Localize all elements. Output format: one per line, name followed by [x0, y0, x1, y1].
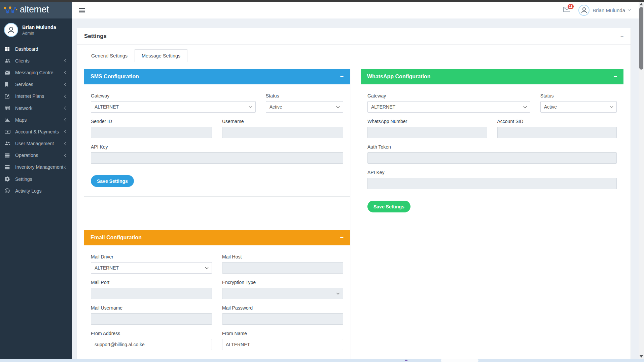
mail-password-input[interactable] [222, 313, 343, 325]
users-icon [5, 141, 12, 146]
field-label: Sender ID [91, 119, 212, 124]
sidebar-item-label: Inventory Management [15, 164, 63, 170]
chevron-left-icon [64, 118, 68, 122]
panel-title: WhatsApp Configuration [367, 74, 430, 80]
sidebar-item-messaging-centre[interactable]: Messaging Centre [0, 67, 72, 78]
scroll-up-arrow-icon[interactable] [640, 3, 643, 5]
gateway-select[interactable]: ALTERNET [91, 101, 256, 113]
money-icon [5, 130, 12, 134]
auth-token-input[interactable] [367, 152, 617, 164]
tab-general-settings[interactable]: General Settings [84, 49, 135, 62]
status-select[interactable]: Active [540, 101, 617, 113]
whatsapp-configuration-panel: WhatsApp Configuration−GatewayALTERNETSt… [361, 69, 623, 222]
chevron-left-icon [64, 107, 68, 110]
panel-collapse-button[interactable]: − [613, 74, 617, 80]
save-settings-button[interactable]: Save Settings [367, 201, 410, 212]
mail-driver-select[interactable]: ALTERNET [91, 262, 212, 274]
sidebar-item-clients[interactable]: Clients [0, 55, 72, 67]
email-panel-header: Email Configuration− [84, 230, 350, 245]
sidebar-item-settings[interactable]: Settings [0, 173, 72, 185]
chevron-left-icon [64, 154, 68, 157]
field-label: From Name [222, 331, 343, 336]
field-label: Encryption Type [222, 280, 343, 285]
sidebar-item-inventory-management[interactable]: Inventory Management [0, 161, 72, 173]
left-column: SMS Configuration−GatewayALTERNETStatusA… [84, 69, 351, 359]
field-label: Username [222, 119, 343, 124]
chevron-left-icon [64, 166, 68, 169]
page-scrollbar[interactable] [639, 2, 644, 359]
sender-id-input[interactable] [91, 127, 212, 138]
envelope-icon [5, 71, 12, 75]
app-window: alternet Brian Mulunda Admin DashboardCl… [0, 0, 644, 362]
messages-button[interactable]: 11 [563, 7, 570, 13]
top-navbar: 11 Brian Mulunda [72, 2, 639, 18]
whatsapp-panel-body: GatewayALTERNETStatusActiveWhatsApp Numb… [361, 84, 623, 222]
sidebar-item-network[interactable]: Network [0, 102, 72, 114]
sidebar-item-user-management[interactable]: User Management [0, 138, 72, 150]
from-address-input[interactable] [91, 339, 212, 350]
panel-collapse-button[interactable]: − [340, 235, 344, 241]
sms-configuration-panel: SMS Configuration−GatewayALTERNETStatusA… [84, 69, 350, 197]
field-label: Mail Driver [91, 254, 212, 259]
sidebar-toggle-button[interactable] [78, 6, 85, 13]
panel-title: Email Configuration [91, 235, 142, 241]
whatsapp-panel-header: WhatsApp Configuration− [361, 69, 623, 84]
scroll-down-arrow-icon[interactable] [640, 355, 643, 358]
sidebar-item-dashboard[interactable]: Dashboard [0, 43, 72, 55]
sms-panel-header: SMS Configuration− [84, 69, 350, 84]
save-settings-button[interactable]: Save Settings [91, 175, 134, 187]
encryption-type-select[interactable] [222, 288, 343, 299]
tab-message-settings[interactable]: Message Settings [135, 49, 187, 62]
tab-content: SMS Configuration−GatewayALTERNETStatusA… [77, 62, 631, 359]
sidebar-item-label: Account & Payments [15, 129, 59, 134]
sidebar-item-activity-logs[interactable]: Activity Logs [0, 185, 72, 197]
sidebar-item-services[interactable]: Services [0, 79, 72, 90]
username-input[interactable] [222, 127, 343, 138]
bookmark-icon [5, 82, 12, 87]
settings-card-header: Settings − [77, 28, 631, 45]
panel-collapse-button[interactable]: − [340, 74, 344, 80]
card-collapse-button[interactable]: − [620, 34, 623, 39]
sidebar: alternet Brian Mulunda Admin DashboardCl… [0, 2, 72, 362]
chevron-down-icon [628, 7, 631, 11]
user-role: Admin [22, 31, 56, 36]
field-label: API Key [91, 144, 343, 150]
sidebar-item-operations[interactable]: Operations [0, 150, 72, 161]
page-title: Settings [84, 33, 107, 40]
user-avatar [4, 23, 18, 37]
panel-title: SMS Configuration [91, 74, 139, 80]
field-label: Gateway [367, 93, 530, 98]
smiley-icon [5, 188, 12, 193]
account-sid-input[interactable] [497, 127, 617, 138]
from-name-input[interactable] [222, 339, 343, 350]
whatsapp-number-input[interactable] [367, 127, 487, 138]
api-key-input[interactable] [91, 152, 343, 164]
mail-host-input[interactable] [222, 262, 343, 274]
sidebar-item-internet-plans[interactable]: Internet Plans [0, 90, 72, 102]
sidebar-item-label: Maps [15, 117, 27, 123]
taskbar-item [441, 359, 478, 362]
sidebar-item-maps[interactable]: Maps [0, 114, 72, 126]
window-top-edge [0, 0, 644, 2]
gateway-select[interactable]: ALTERNET [367, 101, 530, 113]
chevron-left-icon [64, 142, 68, 145]
sidebar-item-label: Clients [15, 58, 30, 64]
field-label: Auth Token [367, 144, 617, 150]
sidebar-item-label: Network [15, 106, 32, 111]
mail-port-input[interactable] [91, 288, 212, 299]
sidebar-item-label: Settings [15, 176, 32, 182]
status-select[interactable]: Active [266, 101, 343, 113]
user-name: Brian Mulunda [22, 25, 56, 30]
mail-username-input[interactable] [91, 313, 212, 325]
user-menu[interactable]: Brian Mulunda [578, 5, 631, 16]
api-key-input[interactable] [367, 178, 617, 189]
server-icon [5, 165, 12, 169]
sidebar-user-panel: Brian Mulunda Admin [0, 18, 72, 40]
scrollbar-thumb[interactable] [639, 7, 643, 70]
chevron-left-icon [64, 71, 68, 74]
sidebar-item-label: Operations [15, 153, 38, 158]
sms-panel-body: GatewayALTERNETStatusActiveSender IDUser… [84, 84, 350, 196]
sidebar-item-account-payments[interactable]: Account & Payments [0, 126, 72, 137]
brand-logo[interactable]: alternet [0, 2, 72, 18]
brand-name: alternet [20, 5, 49, 15]
